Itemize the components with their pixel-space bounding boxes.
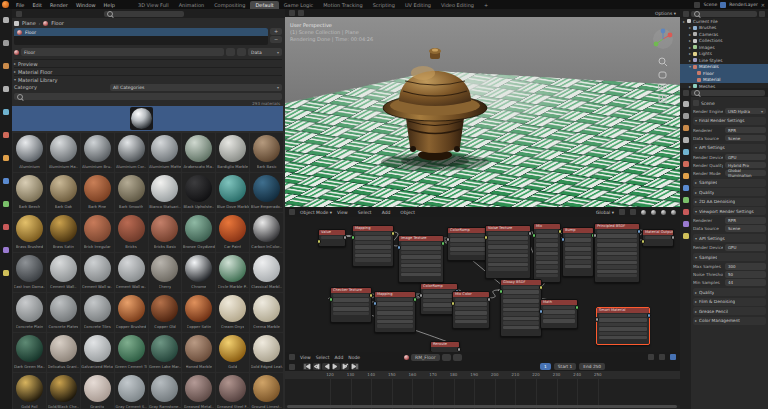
- shader-node-colorramp[interactable]: ColorRamp: [447, 227, 489, 261]
- view-layer-selector[interactable]: RenderLayer: [729, 2, 758, 7]
- material-item[interactable]: Aluminium Bru..: [81, 133, 114, 172]
- material-item[interactable]: Copper Old: [149, 293, 182, 332]
- material-item[interactable]: Bricks Basic: [149, 213, 182, 252]
- shader-node-noise-texture[interactable]: Noise Texture: [485, 225, 531, 279]
- material-item[interactable]: Gold/Black Che..: [47, 373, 80, 409]
- shader-node-material-output[interactable]: Material Output: [642, 229, 674, 247]
- tool-icon[interactable]: [289, 10, 295, 16]
- right-properties-tab-icon-2[interactable]: [683, 125, 689, 131]
- material-item[interactable]: Chrome: [182, 253, 215, 292]
- shading-material-icon[interactable]: [661, 210, 666, 215]
- breadcrumb-object[interactable]: Plane: [22, 20, 36, 26]
- play-button[interactable]: [332, 363, 340, 370]
- material-item[interactable]: Black Upholste..: [182, 173, 215, 212]
- material-slot-list[interactable]: Floor: [14, 28, 268, 45]
- timeline-scrollbar[interactable]: [287, 405, 677, 408]
- frame-end-field[interactable]: End 250: [579, 363, 605, 370]
- material-item[interactable]: Car Paint: [216, 213, 249, 252]
- material-item[interactable]: Aluminium: [13, 133, 46, 172]
- viewport-menu-view[interactable]: View: [337, 210, 348, 215]
- setting-value[interactable]: 50: [725, 271, 766, 278]
- panel-color-management[interactable]: ▸Color Management: [693, 317, 766, 325]
- shader-node-principled-bsdf[interactable]: Principled BSDF: [594, 223, 640, 283]
- shading-wireframe-icon[interactable]: [641, 210, 646, 215]
- properties-tab-icon-4[interactable]: [3, 109, 9, 115]
- menu-help[interactable]: Help: [100, 2, 119, 8]
- properties-tab-icon-9[interactable]: [3, 224, 9, 230]
- panel-grease-pencil[interactable]: ▸Grease Pencil: [693, 307, 766, 315]
- setting-value[interactable]: RPR: [725, 217, 766, 224]
- panel-quality[interactable]: ▸Quality: [693, 288, 766, 296]
- properties-tab-icon-10[interactable]: [3, 247, 9, 253]
- material-item[interactable]: Gray Ramstone..: [149, 373, 182, 409]
- material-item[interactable]: Classical Marbl..: [250, 253, 283, 292]
- material-item[interactable]: Aluminium Cor..: [115, 133, 148, 172]
- node-menu-view[interactable]: View: [300, 355, 311, 360]
- material-browse-icon[interactable]: [14, 50, 19, 55]
- editor-type-icon[interactable]: [683, 90, 689, 96]
- menu-file[interactable]: File: [12, 2, 28, 8]
- material-item[interactable]: Gold Foil: [13, 373, 46, 409]
- new-material-button[interactable]: [442, 354, 451, 361]
- setting-value[interactable]: 300: [725, 263, 766, 270]
- material-item[interactable]: Circle Marble P..: [216, 253, 249, 292]
- shader-node-bump[interactable]: Bump: [562, 227, 594, 277]
- material-item[interactable]: Granito: [81, 373, 114, 409]
- material-item[interactable]: Concrete Tiles: [81, 293, 114, 332]
- shader-node-glossy-bsdf[interactable]: Glossy BSDF: [500, 279, 542, 337]
- use-nodes-toggle[interactable]: [670, 354, 676, 360]
- shader-node-mapping[interactable]: Mapping: [352, 225, 394, 267]
- new-material-button[interactable]: [226, 48, 235, 56]
- material-item[interactable]: Bronze Oxydized: [182, 213, 215, 252]
- fake-user-button[interactable]: [237, 48, 246, 56]
- material-item[interactable]: Greased Metal..: [182, 373, 215, 409]
- right-properties-tab-icon-11[interactable]: [683, 233, 689, 239]
- menu-edit[interactable]: Edit: [28, 2, 46, 8]
- setting-value[interactable]: Scene: [725, 225, 766, 232]
- material-item[interactable]: Bark Oak: [47, 173, 80, 212]
- material-item[interactable]: Blue Emperado..: [250, 173, 283, 212]
- material-item[interactable]: Bark Beech: [13, 173, 46, 212]
- material-item[interactable]: Carbon InColor..: [250, 213, 283, 252]
- shader-node-image-texture[interactable]: Image Texture: [398, 235, 444, 283]
- orientation-dropdown[interactable]: Global ▾: [596, 210, 614, 215]
- setting-value[interactable]: 44: [725, 279, 766, 286]
- material-item[interactable]: Brass Brushed: [13, 213, 46, 252]
- shading-solid-icon[interactable]: [651, 210, 656, 215]
- panel-preview[interactable]: ▸Preview: [14, 59, 282, 67]
- material-item[interactable]: Copper Satin: [182, 293, 215, 332]
- add-slot-button[interactable]: +: [270, 28, 282, 35]
- setting-value[interactable]: GPU: [725, 244, 766, 251]
- properties-tab-icon-5[interactable]: [3, 132, 9, 138]
- right-properties-tab-icon-0[interactable]: [683, 101, 689, 107]
- material-item[interactable]: Bark Pine: [81, 173, 114, 212]
- panel-film-denoising[interactable]: ▸Film & Denoising: [693, 298, 766, 306]
- snap-magnet-icon[interactable]: [619, 209, 625, 215]
- selected-material-preview-strip[interactable]: [12, 106, 283, 131]
- current-frame-field[interactable]: 1: [540, 363, 551, 370]
- timeline-ruler[interactable]: 1201301401501601701801902002102202302402…: [285, 371, 680, 379]
- material-item[interactable]: Bardiglio Marble: [216, 133, 249, 172]
- tab-game-logic[interactable]: Game Logic: [279, 1, 319, 9]
- material-item[interactable]: Green Lake Mar..: [149, 333, 182, 372]
- right-properties-tab-icon-4[interactable]: [683, 149, 689, 155]
- shader-node-editor[interactable]: ValueMappingImage TextureColorRampNoise …: [285, 217, 680, 352]
- setting-value[interactable]: GPU: [725, 154, 766, 161]
- view-layer-icon[interactable]: [720, 2, 726, 8]
- material-item[interactable]: Bricks: [115, 213, 148, 252]
- frame-start-field[interactable]: Start 1: [554, 363, 577, 370]
- panel-api-settings[interactable]: ▾API Settings: [693, 144, 766, 152]
- snap-icon[interactable]: [648, 354, 654, 360]
- blender-logo-icon[interactable]: [2, 1, 9, 8]
- material-item[interactable]: Delicatus Grani..: [47, 333, 80, 372]
- properties-tab-icon-8[interactable]: [3, 201, 9, 207]
- setting-value[interactable]: Scene: [725, 135, 766, 142]
- mode-dropdown[interactable]: Object Mode ▾: [300, 210, 332, 215]
- right-properties-tab-icon-7[interactable]: [683, 185, 689, 191]
- material-item[interactable]: Crema Marble: [250, 293, 283, 332]
- panel-viewport-render-settings[interactable]: ▾Viewport Render Settings: [693, 207, 766, 215]
- editor-type-icon[interactable]: [289, 364, 295, 370]
- close-icon[interactable]: ✕: [761, 2, 765, 8]
- setting-value[interactable]: Global Illumination: [725, 170, 766, 177]
- material-item[interactable]: Arabescato Ma..: [182, 133, 215, 172]
